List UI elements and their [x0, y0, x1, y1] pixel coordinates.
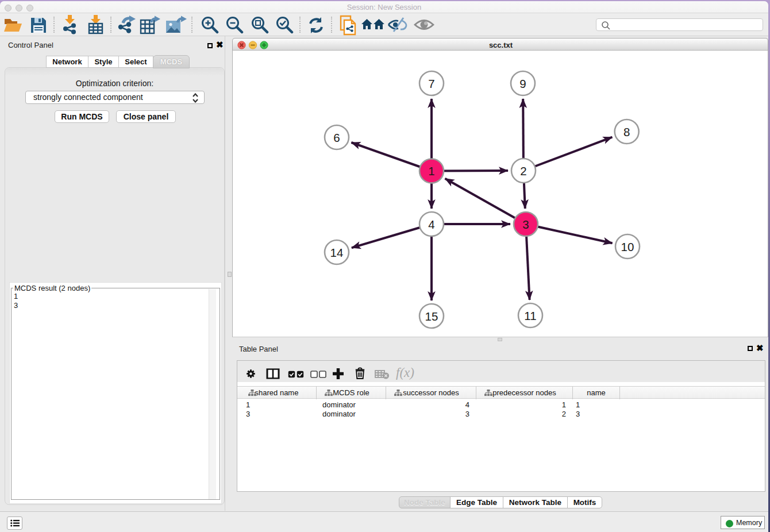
svg-text:11: 11 [524, 309, 536, 322]
svg-text:15: 15 [425, 310, 438, 323]
svg-text:4: 4 [428, 218, 434, 231]
svg-text:10: 10 [621, 240, 634, 253]
svg-text:14: 14 [330, 246, 344, 259]
svg-text:9: 9 [519, 77, 526, 90]
svg-text:7: 7 [428, 77, 434, 90]
svg-text:1: 1 [428, 164, 434, 178]
svg-text:2: 2 [520, 164, 526, 178]
svg-text:3: 3 [522, 218, 529, 231]
svg-text:8: 8 [623, 125, 630, 138]
svg-text:6: 6 [333, 131, 340, 144]
